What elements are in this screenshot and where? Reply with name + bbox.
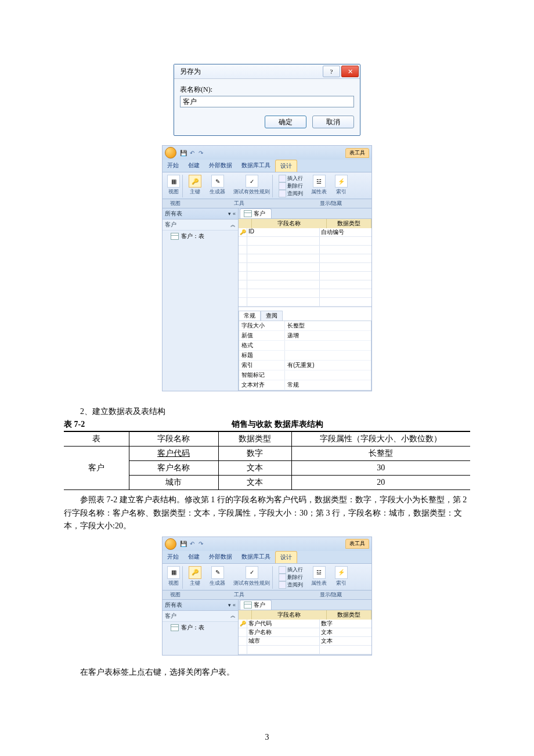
lookup-col-label[interactable]: 查阅列: [287, 190, 303, 197]
property-row[interactable]: 标题: [239, 351, 371, 361]
property-value[interactable]: 常规: [285, 380, 371, 390]
design-row[interactable]: 🔑ID自动编号: [239, 228, 371, 237]
property-row[interactable]: 新值递增: [239, 331, 371, 341]
table-name-input[interactable]: [180, 96, 354, 107]
cell-data-type[interactable]: [320, 646, 371, 654]
cell-data-type[interactable]: [320, 263, 371, 271]
property-value[interactable]: [285, 351, 371, 360]
design-row[interactable]: 城市文本: [239, 637, 371, 646]
cell-data-type[interactable]: [320, 237, 371, 245]
document-tab[interactable]: 客户: [240, 600, 272, 610]
row-selector[interactable]: [239, 263, 247, 271]
document-tab[interactable]: 客户: [240, 208, 272, 218]
delete-row-label[interactable]: 删除行: [287, 574, 303, 581]
property-value[interactable]: 递增: [285, 331, 371, 340]
prop-tab-lookup[interactable]: 查阅: [261, 311, 283, 321]
design-row[interactable]: [239, 289, 371, 298]
cell-data-type[interactable]: [320, 254, 371, 262]
save-icon[interactable]: 💾: [180, 541, 187, 547]
cell-field-name[interactable]: [247, 298, 320, 306]
tab-design[interactable]: 设计: [275, 160, 297, 172]
property-sheet-icon[interactable]: ☳: [313, 566, 326, 579]
cell-field-name[interactable]: [247, 280, 320, 289]
office-button[interactable]: [165, 147, 176, 159]
design-row[interactable]: 客户名称文本: [239, 628, 371, 637]
cell-data-type[interactable]: [320, 298, 371, 306]
row-selector[interactable]: [239, 646, 247, 654]
design-row[interactable]: [239, 280, 371, 289]
lookup-col-label[interactable]: 查阅列: [287, 581, 303, 589]
save-icon[interactable]: 💾: [180, 150, 187, 156]
property-value[interactable]: 长整型: [285, 321, 371, 330]
cell-field-name[interactable]: [247, 646, 320, 654]
builder-icon[interactable]: ✎: [211, 566, 224, 579]
design-row[interactable]: [239, 263, 371, 272]
design-row[interactable]: [239, 298, 371, 307]
cell-data-type[interactable]: 文本: [320, 637, 371, 645]
view-icon[interactable]: ▦: [167, 566, 180, 579]
nav-collapse-icon[interactable]: ︽: [230, 221, 236, 229]
help-button[interactable]: ?: [323, 66, 340, 77]
design-row[interactable]: 🔑客户代码数字: [239, 620, 371, 628]
cell-field-name[interactable]: [247, 263, 320, 271]
test-rules-icon[interactable]: ✓: [246, 175, 258, 188]
tab-design[interactable]: 设计: [275, 551, 297, 563]
cell-data-type[interactable]: 自动编号: [320, 228, 371, 236]
test-rules-icon[interactable]: ✓: [246, 566, 258, 579]
close-button[interactable]: ✕: [341, 66, 359, 77]
property-value[interactable]: [285, 370, 371, 380]
indexes-icon[interactable]: ⚡: [335, 175, 348, 188]
nav-dropdown-icon[interactable]: ▾ «: [228, 211, 236, 217]
cell-field-name[interactable]: 城市: [247, 637, 320, 645]
nav-item-customer-table[interactable]: 客户：表: [163, 231, 238, 242]
property-value[interactable]: 有(无重复): [285, 361, 371, 370]
builder-icon[interactable]: ✎: [211, 175, 224, 188]
property-value[interactable]: [285, 341, 371, 350]
cell-data-type[interactable]: [320, 280, 371, 289]
cell-data-type[interactable]: 文本: [320, 628, 371, 636]
tab-home[interactable]: 开始: [163, 160, 183, 172]
undo-icon[interactable]: ↶: [189, 150, 196, 156]
row-selector[interactable]: [239, 237, 247, 245]
primary-key-icon[interactable]: 🔑: [189, 175, 201, 188]
cell-field-name[interactable]: [247, 289, 320, 297]
cell-field-name[interactable]: 客户名称: [247, 628, 320, 636]
delete-row-icon[interactable]: [279, 574, 286, 581]
property-row[interactable]: 索引有(无重复): [239, 361, 371, 370]
nav-dropdown-icon[interactable]: ▾ «: [228, 602, 236, 608]
tab-home[interactable]: 开始: [163, 551, 183, 563]
property-row[interactable]: 字段大小长整型: [239, 321, 371, 331]
indexes-icon[interactable]: ⚡: [335, 566, 348, 579]
redo-icon[interactable]: ↷: [197, 150, 204, 156]
property-row[interactable]: 智能标记: [239, 370, 371, 380]
cell-field-name[interactable]: [247, 272, 320, 280]
nav-category[interactable]: 客户: [165, 612, 176, 620]
row-selector[interactable]: [239, 254, 247, 262]
cell-field-name[interactable]: [247, 254, 320, 262]
prop-tab-general[interactable]: 常规: [239, 311, 261, 321]
row-selector[interactable]: [239, 272, 247, 280]
cell-field-name[interactable]: 客户代码: [247, 620, 320, 628]
cell-data-type[interactable]: [320, 289, 371, 297]
insert-row-icon[interactable]: [279, 175, 286, 182]
tab-dbtools[interactable]: 数据库工具: [237, 160, 275, 172]
nav-header[interactable]: 所有表: [165, 601, 182, 609]
design-row[interactable]: [239, 646, 371, 654]
cell-field-name[interactable]: [247, 246, 320, 254]
nav-collapse-icon[interactable]: ︽: [230, 612, 236, 620]
property-sheet-icon[interactable]: ☳: [313, 175, 326, 188]
design-row[interactable]: [239, 272, 371, 280]
cell-data-type[interactable]: 数字: [320, 620, 371, 628]
insert-row-label[interactable]: 插入行: [287, 175, 303, 182]
property-row[interactable]: 格式: [239, 341, 371, 351]
design-row[interactable]: [239, 246, 371, 254]
tab-external[interactable]: 外部数据: [204, 551, 237, 563]
design-row[interactable]: [239, 254, 371, 263]
property-row[interactable]: 文本对齐常规: [239, 380, 371, 390]
row-selector[interactable]: [239, 289, 247, 297]
redo-icon[interactable]: ↷: [197, 541, 204, 547]
row-selector[interactable]: [239, 298, 247, 306]
design-row[interactable]: [239, 237, 371, 246]
office-button[interactable]: [165, 538, 176, 550]
lookup-col-icon[interactable]: [279, 581, 286, 589]
